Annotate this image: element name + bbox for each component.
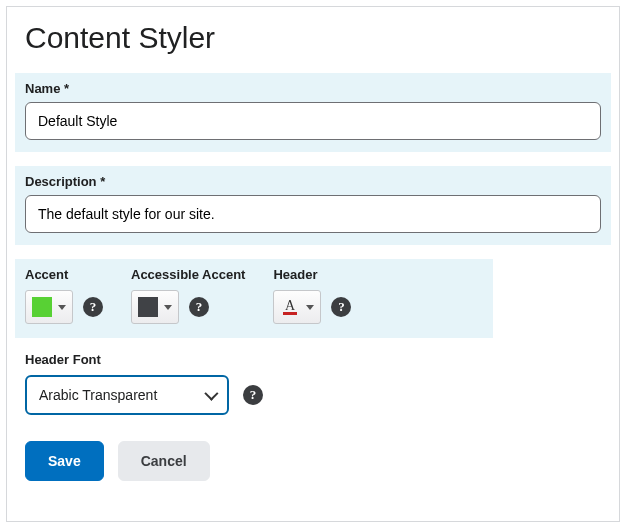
page-title: Content Styler [25,21,601,55]
accent-swatch-icon [32,297,52,317]
header-color-label: Header [273,267,351,282]
accessible-accent-label: Accessible Accent [131,267,245,282]
form-actions: Save Cancel [25,441,601,481]
help-icon[interactable]: ? [189,297,209,317]
color-pickers-row: Accent ? Accessible Accent ? Header [15,259,493,338]
accessible-accent-swatch-icon [138,297,158,317]
required-mark: * [64,81,69,96]
header-color-picker[interactable]: A [273,290,321,324]
description-label-text: Description [25,174,97,189]
save-button[interactable]: Save [25,441,104,481]
accent-group: Accent ? [25,267,103,324]
description-field-block: Description * [15,166,611,245]
header-font-label: Header Font [25,352,601,367]
content-styler-panel: Content Styler Name * Description * Acce… [6,6,620,522]
svg-rect-1 [283,312,297,315]
header-font-value: Arabic Transparent [39,387,157,403]
accent-color-picker[interactable] [25,290,73,324]
required-mark: * [100,174,105,189]
accent-label: Accent [25,267,103,282]
header-font-select[interactable]: Arabic Transparent [25,375,229,415]
help-icon[interactable]: ? [83,297,103,317]
description-input[interactable] [25,195,601,233]
chevron-down-icon [58,305,66,310]
accessible-accent-group: Accessible Accent ? [131,267,245,324]
help-icon[interactable]: ? [331,297,351,317]
help-icon[interactable]: ? [243,385,263,405]
name-field-block: Name * [15,73,611,152]
chevron-down-icon [205,390,215,400]
name-label: Name * [25,81,601,96]
header-font-section: Header Font Arabic Transparent ? [25,352,601,415]
cancel-button[interactable]: Cancel [118,441,210,481]
svg-text:A: A [285,298,296,313]
name-input[interactable] [25,102,601,140]
accessible-accent-color-picker[interactable] [131,290,179,324]
chevron-down-icon [164,305,172,310]
header-style-icon: A [280,297,300,317]
description-label: Description * [25,174,601,189]
header-color-group: Header A ? [273,267,351,324]
name-label-text: Name [25,81,60,96]
chevron-down-icon [306,305,314,310]
